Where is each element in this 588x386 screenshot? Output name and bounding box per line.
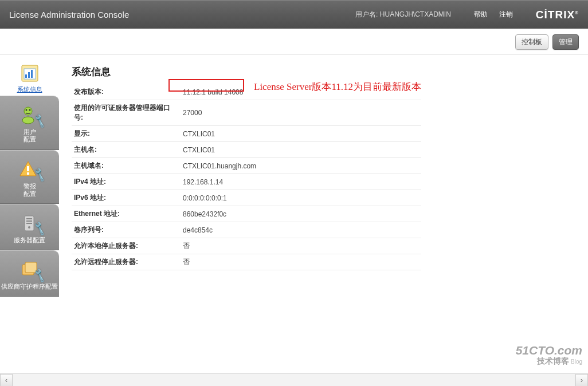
row-key: 允许本地停止服务器: [72, 238, 181, 254]
top-bar: License Administration Console 用户名: HUAN… [0, 0, 588, 29]
row-key: IPv4 地址: [72, 174, 181, 190]
row-value: CTXLIC01 [181, 126, 421, 142]
sidebar-item-vendor[interactable]: 🔧 供应商守护程序配置 [0, 250, 59, 297]
svg-rect-10 [27, 172, 29, 175]
user-label: 用户名: [355, 10, 378, 18]
svg-point-7 [29, 109, 30, 111]
row-key: 主机名: [72, 142, 181, 158]
content: 系统信息 发布版本:11.12.1 build 14008使用的许可证服务器管理… [59, 55, 588, 386]
row-value: 192.168.1.14 [181, 174, 421, 190]
scroll-right-button[interactable]: › [575, 374, 588, 387]
row-value: 否 [181, 254, 421, 270]
annotation-text: License Server版本11.12为目前最新版本 [254, 80, 421, 93]
sidebar: 系统信息 🔧 用户 配置 🔧 警报 配置 🔧 服务器配置 [0, 55, 59, 386]
watermark: 51CTO.com 技术博客 Blog [516, 344, 582, 365]
watermark-line3: Blog [571, 359, 582, 365]
scroll-left-button[interactable]: ‹ [0, 374, 13, 387]
row-value: 27000 [181, 100, 421, 126]
user-name: HUANGJH\CTXADMIN [380, 10, 451, 18]
toolbar: 控制板 管理 [0, 29, 588, 55]
main-area: 系统信息 🔧 用户 配置 🔧 警报 配置 🔧 服务器配置 [0, 55, 588, 386]
sidebar-item-label: 系统信息 [1, 86, 58, 93]
table-row: 卷序列号:de4c854c [72, 222, 421, 238]
table-row: 主机名:CTXLIC01 [72, 142, 421, 158]
row-key: 允许远程停止服务器: [72, 254, 181, 270]
svg-rect-9 [27, 166, 29, 171]
page-title: 系统信息 [72, 65, 575, 78]
table-row: Ethernet 地址:860be2432f0c [72, 206, 421, 222]
svg-rect-4 [31, 70, 33, 78]
server-icon: 🔧 [16, 212, 44, 234]
svg-rect-12 [26, 218, 32, 219]
row-key: 卷序列号: [72, 222, 181, 238]
table-row: 主机域名:CTXLIC01.huangjh.com [72, 158, 421, 174]
table-row: 允许本地停止服务器:否 [72, 238, 421, 254]
row-key: 主机域名: [72, 158, 181, 174]
row-value: 0:0:0:0:0:0:0:1 [181, 190, 421, 206]
dashboard-button[interactable]: 控制板 [515, 34, 548, 50]
svg-point-6 [25, 109, 27, 111]
citrix-logo: CİTRIX® [536, 9, 579, 21]
row-key: Ethernet 地址: [72, 206, 181, 222]
user-info: 用户名: HUANGJH\CTXADMIN [355, 10, 451, 19]
watermark-line2: 技术博客 [537, 356, 569, 365]
row-value: 860be2432f0c [181, 206, 421, 222]
row-value: CTXLIC01 [181, 142, 421, 158]
sidebar-item-label: 用户 配置 [1, 128, 58, 143]
users-icon: 🔧 [16, 104, 44, 126]
table-row: IPv4 地址:192.168.1.14 [72, 174, 421, 190]
admin-button[interactable]: 管理 [552, 34, 579, 50]
vendor-icon: 🔧 [16, 259, 44, 281]
sidebar-item-sysinfo[interactable]: 系统信息 [0, 58, 59, 96]
sidebar-item-users[interactable]: 🔧 用户 配置 [0, 96, 59, 149]
svg-rect-14 [26, 223, 32, 224]
help-link[interactable]: 帮助 [474, 10, 488, 19]
sidebar-item-server[interactable]: 🔧 服务器配置 [0, 204, 59, 250]
table-row: IPv6 地址:0:0:0:0:0:0:0:1 [72, 190, 421, 206]
alert-icon: 🔧 [16, 159, 44, 180]
svg-rect-3 [28, 72, 30, 78]
app-title: License Administration Console [9, 10, 355, 19]
watermark-line1: 51CTO.com [516, 344, 582, 357]
table-row: 使用的许可证服务器管理器端口号:27000 [72, 100, 421, 126]
sysinfo-icon [17, 63, 42, 84]
row-key: 发布版本: [72, 84, 181, 100]
svg-point-15 [28, 226, 30, 229]
table-row: 允许远程停止服务器:否 [72, 254, 421, 270]
horizontal-scrollbar[interactable]: ‹ › [0, 373, 588, 386]
row-key: IPv6 地址: [72, 190, 181, 206]
sidebar-item-label: 供应商守护程序配置 [1, 283, 58, 290]
sidebar-item-alerts[interactable]: 🔧 警报 配置 [0, 150, 59, 204]
info-table: 发布版本:11.12.1 build 14008使用的许可证服务器管理器端口号:… [72, 84, 421, 270]
sidebar-item-label: 服务器配置 [1, 237, 58, 244]
logout-link[interactable]: 注销 [499, 10, 513, 19]
row-value: 否 [181, 238, 421, 254]
svg-rect-13 [26, 220, 32, 222]
row-value: CTXLIC01.huangjh.com [181, 158, 421, 174]
svg-rect-2 [25, 74, 27, 78]
scroll-track[interactable] [13, 374, 575, 386]
sidebar-item-label: 警报 配置 [1, 183, 58, 198]
row-key: 使用的许可证服务器管理器端口号: [72, 100, 181, 126]
table-row: 显示:CTXLIC01 [72, 126, 421, 142]
row-value: de4c854c [181, 222, 421, 238]
row-key: 显示: [72, 126, 181, 142]
